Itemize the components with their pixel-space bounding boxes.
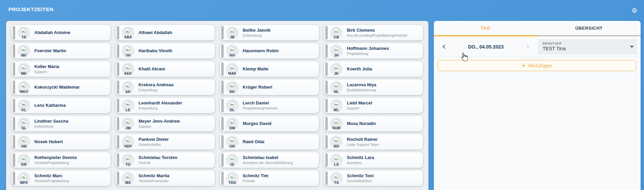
avatar: MK: [18, 63, 30, 75]
broken-image-icon: [334, 101, 339, 106]
employee-card[interactable]: VH Haribabu Vinoth: [116, 43, 215, 59]
employee-card[interactable]: TA Abdallah Antoine: [11, 25, 110, 40]
avatar-initials: ML: [330, 108, 343, 112]
employee-card[interactable]: LE Leonhardt Alexander Entwicklung: [116, 98, 215, 113]
broken-image-icon: [230, 83, 235, 88]
employee-card[interactable]: CB Birk Clemens Key-Accounting/Projektle…: [324, 25, 423, 40]
add-button[interactable]: + Hinzufügen: [438, 60, 636, 71]
broken-image-icon: [125, 83, 131, 88]
employee-name: Schmitz Marc: [34, 173, 69, 179]
avatar: NUM: [330, 117, 343, 130]
chevron-left-icon[interactable]: [443, 44, 447, 49]
employee-card[interactable]: WKO Kokorzycki Waldemar: [11, 80, 110, 95]
card-accent-bar: [221, 81, 224, 94]
employee-card[interactable]: JM Meyer Jens-Andrew Support: [116, 116, 215, 131]
employee-card[interactable]: DM Murges David: [220, 116, 319, 131]
user-select[interactable]: BENUTZER TEST Tina: [538, 39, 637, 55]
employee-name: Krekora Andreas: [138, 82, 173, 88]
broken-image-icon: [334, 173, 339, 179]
employee-card[interactable]: DR Rothenpieler Dennis Vertrieb/Projektl…: [11, 152, 110, 168]
employee-card[interactable]: OR Raed Odai: [220, 134, 319, 150]
employee-card[interactable]: TO Schmielau Torsten Technik: [116, 152, 215, 168]
tab-tag[interactable]: TAG: [434, 21, 537, 36]
employee-card[interactable]: HDP Pankow Dieter Gesellschafter: [116, 134, 215, 150]
avatar-initials: SL: [18, 126, 30, 130]
broken-image-icon: [334, 155, 339, 160]
employee-card[interactable]: AKK Khalil Akram: [116, 61, 215, 77]
avatar: MS: [122, 172, 134, 185]
employee-name: Leonhardt Alexander: [138, 100, 182, 106]
avatar: JM: [122, 117, 134, 130]
employee-card[interactable]: JB Beilke Jannik Entwicklung: [220, 25, 319, 40]
avatar: HN: [18, 135, 30, 148]
avatar: MAK: [226, 63, 239, 75]
avatar: AKK: [122, 63, 134, 75]
employee-card[interactable]: NUM Musa Nuradin: [324, 116, 423, 131]
broken-image-icon: [125, 64, 131, 69]
avatar: VH: [122, 44, 134, 57]
employee-card[interactable]: JH Hoffmann Johannes Projektleitung: [324, 43, 423, 59]
card-accent-bar: [221, 135, 224, 149]
settings-gear-icon[interactable]: ⚙: [632, 7, 637, 14]
employee-name: Rothenpieler Dennis: [34, 155, 77, 160]
employee-card[interactable]: MPS Schmitz Marc Vertrieb/Projektleitung: [11, 170, 110, 186]
employee-card[interactable]: RK Krüger Robert: [220, 80, 319, 95]
card-accent-bar: [117, 135, 119, 149]
employee-card[interactable]: TDS Schmitz Tim Produkt: [220, 170, 319, 186]
employee-card[interactable]: JK Koerth Julia: [324, 61, 423, 77]
tab-uebersicht[interactable]: ÜBERSICHT: [537, 21, 641, 36]
employee-card[interactable]: IS Schmielau Isabel Assistenz der Geschä…: [220, 152, 319, 168]
broken-image-icon: [334, 137, 339, 142]
employee-role: Qualitätssicherung: [347, 88, 376, 92]
employee-card[interactable]: AK Krekora Andreas Entwicklung: [116, 80, 215, 95]
employee-role: Vertrieb/Prokuristin: [138, 179, 169, 183]
broken-image-icon: [334, 83, 339, 88]
card-accent-bar: [117, 117, 119, 130]
broken-image-icon: [334, 119, 339, 124]
employee-card[interactable]: ML Liebl Marcel Support: [324, 98, 423, 113]
employee-role: Vertrieb/Projektleitung: [34, 179, 69, 183]
avatar-initials: JK: [330, 71, 343, 75]
avatar-initials: JH: [330, 53, 343, 57]
avatar: JB: [226, 26, 239, 39]
card-accent-bar: [13, 81, 15, 94]
broken-image-icon: [21, 137, 27, 142]
employee-card[interactable]: NL Lazarova Niya Qualitätssicherung: [324, 80, 423, 95]
employee-card[interactable]: RH Hausmann Robin: [220, 43, 319, 59]
card-accent-bar: [13, 117, 15, 130]
employee-name: Schmielau Torsten: [138, 155, 177, 160]
employee-card[interactable]: LS Schmitz Lara Assistenz: [324, 152, 423, 168]
employee-name: Murges David: [243, 121, 271, 126]
avatar-initials: LE: [122, 108, 134, 112]
avatar-initials: NUM: [330, 126, 343, 130]
card-accent-bar: [325, 135, 328, 149]
avatar-initials: TA: [18, 35, 30, 39]
avatar-initials: KL: [18, 108, 30, 112]
employee-card[interactable]: KL Lenz Katharina: [11, 98, 110, 113]
card-accent-bar: [13, 44, 15, 58]
card-accent-bar: [221, 117, 224, 130]
broken-image-icon: [334, 46, 339, 51]
employee-card[interactable]: RR Rocholl Rainer Leiter Support-Team: [324, 134, 423, 150]
employee-card[interactable]: MK Keller Maria Support: [11, 61, 110, 77]
user-select-value: TEST Tina: [543, 46, 627, 51]
employee-card[interactable]: MAK Klemp Malte: [220, 61, 319, 77]
avatar-initials: RK: [226, 90, 239, 94]
broken-image-icon: [21, 173, 27, 179]
employee-card[interactable]: DL Lerch Daniel Projektleitung/Vertrieb: [220, 98, 319, 113]
avatar-initials: VH: [122, 53, 134, 57]
employee-name: Schmitz Tim: [243, 173, 268, 179]
employee-card[interactable]: HN Nosek Hubert: [11, 134, 110, 150]
employee-card[interactable]: TS Schmitz Toni Geschäftsführer: [324, 170, 423, 186]
broken-image-icon: [230, 173, 235, 179]
chevron-right-icon[interactable]: [525, 44, 529, 49]
employee-card[interactable]: MF Foerster Martin: [11, 43, 110, 59]
employee-name: Klemp Malte: [243, 66, 269, 72]
card-accent-bar: [325, 171, 328, 185]
card-accent-bar: [325, 44, 328, 58]
avatar-initials: DR: [18, 162, 30, 166]
broken-image-icon: [334, 64, 339, 69]
employee-card[interactable]: ABA Alhawi Abdallah: [116, 25, 215, 40]
employee-card[interactable]: MS Schmitz Marita Vertrieb/Prokuristin: [116, 170, 215, 186]
employee-card[interactable]: SL Lindtner Sascha Entwicklung: [11, 116, 110, 131]
